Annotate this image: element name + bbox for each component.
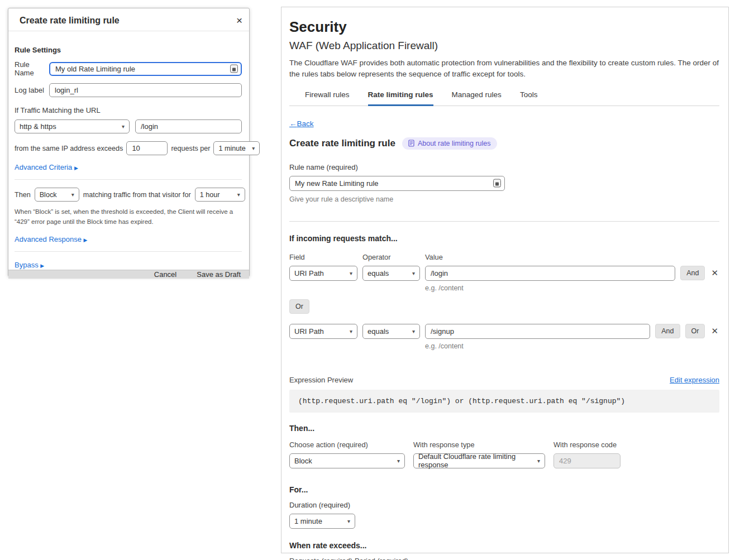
- action-select[interactable]: Block ▾: [289, 453, 405, 468]
- exceeds-prefix-text: from the same IP address exceeds: [15, 145, 123, 152]
- value-input[interactable]: [425, 324, 650, 339]
- back-arrow-icon: ←: [289, 119, 297, 128]
- rule-settings-heading: Rule Settings: [15, 46, 242, 54]
- log-label-input[interactable]: [49, 83, 242, 97]
- period-select[interactable]: 1 minute ▾: [213, 141, 260, 155]
- about-rate-limiting-badge[interactable]: About rate limiting rules: [402, 137, 497, 150]
- tab-rate-limiting-rules[interactable]: Rate limiting rules: [368, 90, 433, 106]
- log-label-row: Log label: [15, 83, 242, 97]
- rule-name-input[interactable]: [49, 62, 242, 76]
- then-controls: Block ▾ Default Cloudflare rate limiting…: [289, 453, 719, 468]
- autofill-icon[interactable]: [493, 179, 501, 188]
- modal-header: Create rate limiting rule ×: [8, 8, 249, 31]
- form-title: Create rate limiting rule: [289, 138, 395, 149]
- about-badge-label: About rate limiting rules: [418, 140, 491, 147]
- operator-select[interactable]: equals ▾: [362, 266, 420, 281]
- save-as-draft-button[interactable]: Save as Draft: [197, 270, 241, 279]
- response-code-input: [553, 453, 621, 468]
- chevron-down-icon: ▾: [350, 270, 352, 276]
- field-column-label: Field: [289, 253, 357, 261]
- value-helper: e.g. /content: [425, 342, 719, 350]
- advanced-criteria-label: Advanced Criteria: [15, 163, 72, 171]
- rule-name-input[interactable]: [289, 176, 505, 191]
- rule-name-label: Rule name (required): [289, 163, 719, 171]
- duration-select-value: 1 minute: [294, 517, 322, 525]
- value-input[interactable]: [425, 266, 675, 281]
- autofill-icon[interactable]: [230, 65, 238, 73]
- tab-managed-rules[interactable]: Managed rules: [452, 90, 502, 106]
- condition-row: URI Path ▾ equals ▾ And ✕: [289, 266, 719, 281]
- expression-header: Expression Preview Edit expression: [289, 376, 719, 384]
- duration-select[interactable]: 1 hour ▾: [195, 188, 245, 202]
- modal-footer: Cancel Save as Draft: [8, 270, 249, 279]
- modal-title: Create rate limiting rule: [20, 16, 120, 26]
- condition-row: URI Path ▾ equals ▾ And Or ✕: [289, 324, 719, 339]
- action-select-value: Block: [294, 457, 312, 465]
- period-label: Period (required): [355, 557, 408, 560]
- for-section-heading: For...: [289, 485, 719, 494]
- log-label-label: Log label: [15, 86, 49, 94]
- response-type-select[interactable]: Default Cloudflare rate limiting respons…: [413, 453, 545, 468]
- operator-column-label: Operator: [362, 253, 420, 261]
- remove-condition-icon[interactable]: ✕: [710, 326, 719, 336]
- field-select-value: URI Path: [294, 327, 324, 336]
- caret-right-icon: ▶: [74, 165, 78, 171]
- page-subtitle: WAF (Web Application Firewall): [289, 40, 719, 52]
- form-title-row: Create rate limiting rule About rate lim…: [289, 137, 719, 150]
- bypass-link[interactable]: Bypass ▶: [15, 261, 44, 269]
- field-select[interactable]: URI Path ▾: [289, 266, 357, 281]
- back-link[interactable]: ←Back: [289, 119, 314, 128]
- bypass-label: Bypass: [15, 261, 39, 269]
- scheme-select[interactable]: http & https ▾: [15, 119, 130, 133]
- log-label-input-wrap: [49, 83, 242, 97]
- rate-section-heading: When rate exceeds...: [289, 541, 719, 550]
- divider: [289, 221, 719, 222]
- document-icon: [408, 140, 414, 147]
- or-connector-button[interactable]: Or: [289, 299, 309, 314]
- cancel-button[interactable]: Cancel: [154, 270, 176, 279]
- action-select[interactable]: Block ▾: [35, 188, 79, 202]
- operator-select[interactable]: equals ▾: [362, 324, 420, 339]
- requests-count-input[interactable]: [126, 141, 168, 155]
- field-select[interactable]: URI Path ▾: [289, 324, 357, 339]
- value-column-label: Value: [425, 253, 443, 261]
- duration-label: Duration (required): [289, 501, 719, 509]
- divider: [15, 179, 242, 180]
- close-icon[interactable]: ×: [236, 16, 242, 25]
- duration-select-value: 1 hour: [200, 191, 220, 199]
- operator-select-value: equals: [367, 327, 389, 336]
- tab-firewall-rules[interactable]: Firewall rules: [305, 90, 350, 106]
- rule-name-input-wrap: [289, 176, 505, 191]
- waf-tabs: Firewall rules Rate limiting rules Manag…: [289, 90, 719, 106]
- modal-body: Rule Settings Rule Name Log label If Tra…: [8, 31, 249, 270]
- back-label: Back: [297, 119, 314, 128]
- remove-condition-icon[interactable]: ✕: [710, 268, 719, 278]
- duration-select[interactable]: 1 minute ▾: [289, 514, 355, 529]
- chevron-down-icon: ▾: [412, 270, 415, 276]
- and-button[interactable]: And: [680, 266, 705, 280]
- advanced-criteria-link[interactable]: Advanced Criteria ▶: [15, 163, 78, 171]
- tab-tools[interactable]: Tools: [520, 90, 538, 106]
- caret-right-icon: ▶: [84, 237, 88, 243]
- condition-column-labels: Field Operator Value: [289, 253, 719, 261]
- requests-per-text: requests per: [171, 145, 210, 152]
- chevron-down-icon: ▾: [350, 328, 352, 334]
- field-select-value: URI Path: [294, 269, 324, 277]
- rule-name-row: Rule Name: [15, 60, 242, 77]
- period-select-value: 1 minute: [218, 145, 245, 152]
- and-button[interactable]: And: [655, 324, 680, 338]
- edit-expression-link[interactable]: Edit expression: [670, 376, 719, 384]
- expression-code: (http.request.uri.path eq "/login") or (…: [289, 390, 719, 413]
- caret-right-icon: ▶: [40, 263, 44, 269]
- security-waf-panel: Security WAF (Web Application Firewall) …: [281, 7, 729, 553]
- create-rate-limiting-rule-modal: Create rate limiting rule × Rule Setting…: [8, 8, 250, 277]
- chevron-down-icon: ▾: [237, 192, 240, 198]
- response-type-select-value: Default Cloudflare rate limiting respons…: [418, 452, 533, 469]
- advanced-response-link[interactable]: Advanced Response ▶: [15, 235, 88, 243]
- or-button[interactable]: Or: [685, 324, 705, 338]
- url-input[interactable]: [135, 119, 242, 133]
- expression-preview-label: Expression Preview: [289, 376, 353, 384]
- then-row: Then Block ▾ matching traffic from that …: [15, 188, 242, 202]
- chevron-down-icon: ▾: [71, 192, 74, 198]
- action-label: Choose action (required): [289, 441, 413, 449]
